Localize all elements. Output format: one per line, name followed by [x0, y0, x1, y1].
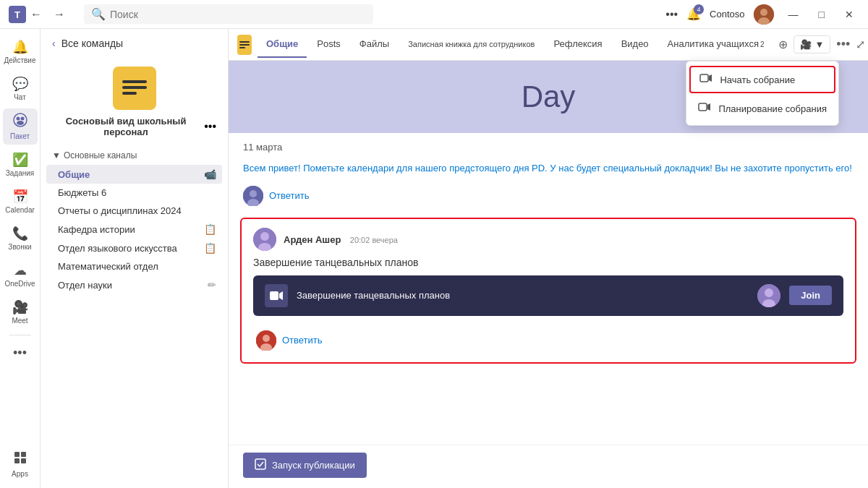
svg-rect-18 — [239, 41, 250, 43]
svg-point-7 — [20, 117, 24, 121]
start-meeting-label: Начать собрание — [720, 74, 795, 85]
publish-button[interactable]: Запуск публикации — [243, 453, 367, 478]
close-button[interactable]: ✕ — [839, 6, 859, 23]
more-apps-icon: ••• — [13, 346, 27, 361]
join-meeting-button[interactable]: Join — [789, 286, 832, 305]
sidebar-item-calls-label: Звонки — [8, 243, 31, 251]
tab-analytics[interactable]: Аналитика учащихся2 — [659, 31, 773, 58]
channel-item-general[interactable]: Общие 📹 — [46, 165, 222, 184]
svg-marker-32 — [279, 291, 283, 300]
sidebar-item-onedrive-label: OneDrive — [4, 280, 35, 288]
sidebar-item-teams-label: Пакет — [10, 132, 30, 140]
svg-text:T: T — [14, 9, 20, 20]
sidebar-item-onedrive[interactable]: ☁ OneDrive — [3, 258, 38, 292]
sidebar-item-more[interactable]: ••• — [3, 341, 38, 365]
msg-body: Завершение танцевальных планов — [242, 257, 855, 275]
sidebar-item-tasks-label: Задания — [6, 169, 35, 177]
tab-reflection[interactable]: Рефлексия — [545, 31, 610, 58]
publish-label: Запуск публикации — [272, 460, 355, 471]
titlebar-left: T — [9, 6, 26, 23]
channel-video-icon: 📹 — [204, 168, 216, 180]
tab-notebook[interactable]: Записная книжка для сотрудников — [399, 33, 543, 57]
sidebar-item-teams[interactable]: Пакет — [3, 108, 38, 145]
chat-icon: 💬 — [12, 76, 28, 92]
tab-posts[interactable]: Posts — [308, 31, 349, 58]
tab-analytics-badge: 2 — [760, 40, 765, 48]
channel-more-icon[interactable]: ••• — [836, 37, 850, 52]
msg-time: 20:02 вечера — [350, 236, 398, 244]
svg-rect-16 — [122, 92, 137, 95]
msg-avatar — [253, 228, 276, 251]
search-bar[interactable]: 🔍 — [84, 4, 373, 24]
channels-title[interactable]: ▼ Основные каналы — [46, 146, 222, 165]
more-icon[interactable]: ••• — [665, 8, 678, 21]
sidebar-item-calendar[interactable]: 📅 Calendar — [3, 184, 38, 218]
reply-link-1[interactable]: Ответить — [229, 183, 868, 218]
team-options-icon[interactable]: ••• — [204, 120, 216, 133]
channels-section: ▼ Основные каналы Общие 📹 Бюджеты 6 Отче… — [41, 146, 228, 294]
notification-badge: 4 — [694, 4, 704, 14]
sidebar-back[interactable]: ‹ Все команды — [41, 29, 228, 58]
channel-icon-science: ✏ — [208, 279, 216, 291]
sidebar-item-calendar-label: Calendar — [5, 206, 35, 214]
sidebar-item-chat[interactable]: 💬 Чат — [3, 72, 38, 106]
message-sender-info: Арден Ашер 20:02 вечера — [284, 233, 398, 246]
back-button[interactable]: ← — [26, 5, 46, 24]
reply-text-1[interactable]: Ответить — [269, 190, 310, 201]
video-call-button[interactable]: 🎥 ▼ — [793, 35, 830, 53]
channel-item-language[interactable]: Отдел языкового искусства 📋 — [46, 239, 222, 257]
sidebar-item-action[interactable]: 🔔 Действие — [3, 35, 38, 69]
minimize-button[interactable]: — — [783, 6, 804, 23]
sidebar-item-tasks[interactable]: ✅ Задания — [3, 147, 38, 181]
expand-icon[interactable]: ⤢ — [856, 38, 865, 51]
meeting-participant-avatar — [757, 284, 780, 307]
channel-tabs: Общие Posts Файлы Записная книжка для со… — [229, 29, 868, 61]
start-meeting-item[interactable]: Начать собрание — [689, 66, 835, 93]
svg-rect-21 — [700, 74, 708, 82]
schedule-meeting-item[interactable]: Планирование собрания — [686, 95, 838, 122]
svg-rect-20 — [239, 47, 245, 48]
channel-item-math[interactable]: Математический отдел — [46, 257, 222, 275]
channel-item-reports[interactable]: Отчеты о дисциплинах 2024 — [46, 202, 222, 220]
contoso-label: Contoso — [710, 9, 744, 20]
avatar[interactable] — [754, 4, 774, 25]
date-divider: 11 марта — [229, 133, 868, 158]
reply-link-2[interactable]: Ответить — [242, 325, 855, 362]
teams-logo-icon: T — [9, 6, 26, 23]
channel-item-science[interactable]: Отдел науки ✏ — [46, 275, 222, 294]
publish-icon — [255, 458, 266, 472]
svg-rect-15 — [122, 86, 147, 89]
meeting-card-wrapper: Арден Ашер 20:02 вечера Завершение танце… — [240, 218, 856, 364]
video-btn-chevron: ▼ — [814, 39, 824, 50]
svg-rect-9 — [14, 452, 20, 457]
reply-avatar-2 — [256, 330, 276, 351]
apps-icon — [13, 450, 27, 468]
sidebar-item-meet[interactable]: 🎥 Meet — [3, 295, 38, 329]
svg-point-8 — [17, 121, 24, 125]
back-arrow-icon: ‹ — [52, 38, 56, 49]
video-icon: 🎥 — [800, 39, 812, 50]
tab-general[interactable]: Общие — [258, 31, 307, 58]
channels-title-label: Основные каналы — [64, 150, 137, 160]
reply-avatar-1 — [243, 186, 263, 206]
tabs-area: Общие Posts Файлы Записная книжка для со… — [229, 29, 868, 61]
maximize-button[interactable]: □ — [813, 6, 830, 23]
channel-item-history[interactable]: Кафедра истории 📋 — [46, 220, 222, 239]
reply-text-2[interactable]: Ответить — [282, 335, 323, 346]
svg-point-26 — [250, 190, 257, 197]
svg-rect-19 — [239, 44, 250, 46]
svg-marker-24 — [707, 103, 710, 111]
tab-video[interactable]: Видео — [613, 31, 658, 58]
tab-files[interactable]: Файлы — [351, 31, 398, 58]
notification-icon[interactable]: 🔔 4 — [686, 7, 701, 21]
add-tab-button[interactable]: ⊕ — [774, 38, 792, 51]
search-input[interactable] — [110, 9, 366, 20]
search-icon: 🔍 — [91, 7, 106, 21]
sidebar-item-meet-label: Meet — [12, 317, 27, 325]
channel-icon-history: 📋 — [204, 223, 216, 235]
sidebar-item-apps[interactable]: Apps — [3, 446, 38, 482]
channel-name-general: Общие — [58, 169, 204, 180]
sidebar-item-calls[interactable]: 📞 Звонки — [3, 221, 38, 255]
channel-item-budgets[interactable]: Бюджеты 6 — [46, 184, 222, 202]
forward-button[interactable]: → — [49, 5, 69, 24]
